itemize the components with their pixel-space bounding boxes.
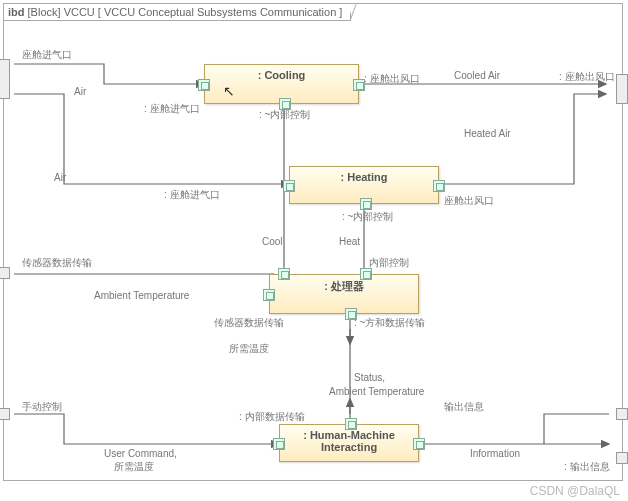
frame-port-air-out[interactable] [616,74,628,104]
lbl-heat-in: : 座舱进气口 [164,188,220,202]
block-processor[interactable]: : 处理器 [269,274,419,314]
lbl-outinfo2: : 输出信息 [564,460,610,474]
lbl-heat-f: Heat [339,236,360,247]
diagram-frame: ibd [Block] VCCU [ VCCU Conceptual Subsy… [3,3,623,481]
frame-port-manual[interactable] [0,408,10,420]
lbl-outinfo: 输出信息 [444,400,484,414]
lbl-top-out: : 座舱出风口 [559,70,615,84]
hmi-title2: Interacting [280,441,418,453]
lbl-usercmd2: 所需温度 [114,460,154,474]
lbl-cool-f: Cool [262,236,283,247]
hmi-title1: : Human-Machine [280,429,418,441]
lbl-ambient: Ambient Temperature [94,290,189,301]
port-proc-sensor[interactable] [263,289,275,301]
port-hmi-in[interactable] [273,438,285,450]
lbl-ctrl1: : ~内部控制 [259,108,310,122]
frame-port-sensor[interactable] [0,267,10,279]
lbl-cool-out: : 座舱出风口 [364,72,420,86]
lbl-information: Information [470,448,520,459]
frame-name: VCCU [64,6,95,18]
lbl-ctrl4: : 内部数据传输 [239,410,305,424]
block-heating[interactable]: : Heating [289,166,439,204]
processor-title: : 处理器 [270,279,418,294]
lbl-top-in: 座舱进气口 [22,48,72,62]
port-heating-ctrl[interactable] [360,198,372,210]
frame-port-info1[interactable] [616,408,628,420]
cooling-title: : Cooling [205,69,358,81]
lbl-cooled-air: Cooled Air [454,70,500,81]
lbl-heat-out: 座舱出风口 [444,194,494,208]
port-cooling-in[interactable] [198,79,210,91]
port-hmi-top[interactable] [345,418,357,430]
lbl-proc-sensor: 传感器数据传输 [214,316,284,330]
frame-prefix: ibd [8,6,25,18]
frame-header: ibd [Block] VCCU [ VCCU Conceptual Subsy… [3,3,351,21]
lbl-heated: Heated Air [464,128,511,139]
lbl-sensor-port: 传感器数据传输 [22,256,92,270]
frame-port-info2[interactable] [616,452,628,464]
port-proc-cool[interactable] [278,268,290,280]
frame-port-air-in[interactable] [0,59,10,99]
lbl-status2: Ambient Temperature [329,386,424,397]
port-hmi-out[interactable] [413,438,425,450]
port-heating-out[interactable] [433,180,445,192]
lbl-indoor-temp: 所需温度 [229,342,269,356]
lbl-ctrl2: : ~内部控制 [342,210,393,224]
watermark: CSDN @DalaQL [530,484,620,498]
block-cooling[interactable]: : Cooling ↖ [204,64,359,104]
frame-stereotype: [Block] [28,6,61,18]
cursor-icon: ↖ [223,83,235,99]
lbl-air2: Air [54,172,66,183]
block-hmi[interactable]: : Human-Machine Interacting [279,424,419,462]
lbl-usercmd: User Command, [104,448,177,459]
frame-title: VCCU Conceptual Subsystems Communication [104,6,336,18]
lbl-ctrl3: 内部控制 [369,256,409,270]
port-heating-in[interactable] [283,180,295,192]
heating-title: : Heating [290,171,438,183]
lbl-air1: Air [74,86,86,97]
lbl-ctrl-data: : ~方和数据传输 [354,316,425,330]
lbl-cool-in: : 座舱进气口 [144,102,200,116]
lbl-status: Status, [354,372,385,383]
lbl-manual: 手动控制 [22,400,62,414]
